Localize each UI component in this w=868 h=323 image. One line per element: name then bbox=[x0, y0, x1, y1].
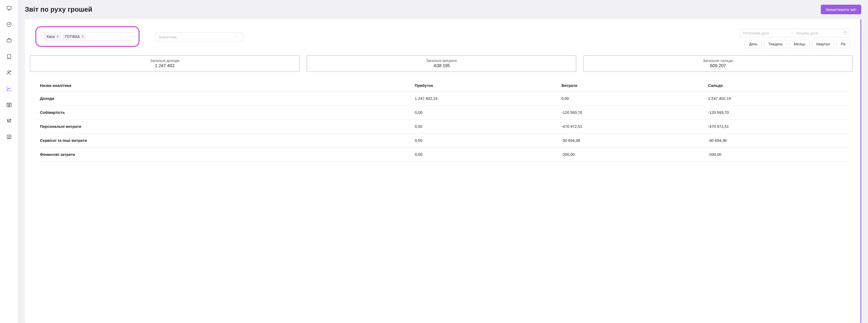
page-title: Звіт по руху грошей bbox=[25, 5, 92, 13]
cash-filter-highlight: Каса ✕ ГОТІВКА ✕ bbox=[35, 26, 140, 47]
calendar-icon bbox=[844, 31, 847, 35]
sidebar bbox=[0, 0, 18, 323]
nav-tablet[interactable] bbox=[4, 51, 14, 62]
cell-expense: -470 972,51 bbox=[557, 120, 703, 133]
svg-rect-12 bbox=[7, 103, 11, 107]
tag-remove-kasa[interactable]: ✕ bbox=[56, 35, 59, 38]
cell-balance: -200,00 bbox=[704, 148, 850, 162]
monitor-icon bbox=[6, 5, 12, 11]
table-row: Сервісні та інші витрати0,00-30 694,38-3… bbox=[35, 133, 850, 148]
chevron-down-icon bbox=[125, 34, 131, 39]
download-report-button[interactable]: Завантажити звіт bbox=[821, 5, 861, 14]
cell-balance: -470 972,51 bbox=[704, 120, 850, 133]
nav-calendar-user[interactable] bbox=[4, 100, 14, 110]
nav-user[interactable] bbox=[4, 67, 14, 78]
cell-expense: 0,00 bbox=[557, 92, 703, 105]
svg-rect-25 bbox=[844, 32, 847, 34]
summary-expense-label: Загальні витрати bbox=[307, 58, 576, 63]
svg-point-18 bbox=[8, 121, 9, 122]
cell-profit: 0,00 bbox=[410, 105, 557, 120]
user-icon bbox=[6, 70, 12, 75]
right-filters: → День Тиждень Місяць Квартал Рік bbox=[740, 29, 850, 48]
cell-name: Персональні витрати bbox=[35, 120, 410, 133]
analytics-table: Назва аналітики Прибуток Витрати Сальдо … bbox=[35, 79, 850, 162]
cell-profit: 0,00 bbox=[410, 120, 557, 133]
period-week[interactable]: Тиждень bbox=[764, 40, 787, 48]
briefcase-icon bbox=[6, 38, 12, 43]
cell-balance: -30 694,38 bbox=[704, 133, 850, 148]
summary-income-value: 1 247 402 bbox=[30, 63, 299, 68]
header: Звіт по руху грошей Завантажити звіт bbox=[25, 5, 861, 14]
cell-balance: -120 593,70 bbox=[704, 105, 850, 120]
svg-point-20 bbox=[10, 119, 11, 120]
tag-gotivka: ГОТІВКА ✕ bbox=[62, 34, 86, 39]
period-year[interactable]: Рік bbox=[836, 40, 850, 48]
nav-list[interactable] bbox=[4, 132, 14, 142]
col-profit-header: Прибуток bbox=[410, 79, 557, 92]
gauge-icon bbox=[6, 22, 12, 27]
nav-monitor[interactable] bbox=[4, 3, 14, 13]
period-month[interactable]: Місяць bbox=[789, 40, 810, 48]
filters-row: Каса ✕ ГОТІВКА ✕ Аналітика bbox=[35, 26, 850, 48]
col-name-header: Назва аналітики bbox=[35, 79, 410, 92]
tag-remove-gotivka[interactable]: ✕ bbox=[82, 35, 84, 38]
summary-expense-value: -638 195 bbox=[307, 63, 576, 68]
svg-point-4 bbox=[8, 24, 9, 25]
cell-name: Доходи bbox=[35, 92, 410, 105]
svg-point-14 bbox=[8, 105, 9, 106]
cell-name: Фінансові затрати bbox=[35, 148, 410, 162]
tablet-icon bbox=[6, 54, 12, 59]
chart-icon bbox=[6, 86, 12, 92]
summary-balance-label: Загальне сальдо bbox=[584, 58, 852, 63]
cell-expense: -120 593,70 bbox=[557, 105, 703, 120]
cell-profit: 1 247 402,19 bbox=[410, 92, 557, 105]
tag-kasa: Каса ✕ bbox=[44, 34, 61, 39]
nav-sliders[interactable] bbox=[4, 116, 14, 126]
col-expense-header: Витрати bbox=[557, 79, 703, 92]
content-card: Каса ✕ ГОТІВКА ✕ Аналітика bbox=[25, 19, 861, 323]
summary-expense: Загальні витрати -638 195 bbox=[307, 56, 576, 72]
cell-expense: -200,00 bbox=[557, 148, 703, 162]
main-content: Звіт по руху грошей Завантажити звіт Кас… bbox=[18, 0, 868, 323]
svg-point-8 bbox=[7, 71, 9, 73]
table-row: Персональні витрати0,00-470 972,51-470 9… bbox=[35, 120, 850, 133]
svg-point-16 bbox=[7, 120, 8, 121]
period-day[interactable]: День bbox=[745, 40, 762, 48]
sliders-icon bbox=[6, 118, 12, 124]
period-buttons: День Тиждень Місяць Квартал Рік bbox=[745, 40, 850, 48]
cell-balance: 1 247 402,19 bbox=[704, 92, 850, 105]
table-row: Собівартість0,00-120 593,70-120 593,70 bbox=[35, 105, 850, 120]
nav-chart[interactable] bbox=[4, 84, 14, 94]
analytics-select[interactable]: Аналітика bbox=[155, 32, 243, 41]
date-range-picker[interactable]: → bbox=[740, 29, 850, 37]
cell-profit: 0,00 bbox=[410, 148, 557, 162]
table-row: Доходи1 247 402,190,001 247 402,19 bbox=[35, 92, 850, 105]
cell-expense: -30 694,38 bbox=[557, 133, 703, 148]
summary-income: Загальні доходи 1 247 402 bbox=[30, 56, 299, 72]
cell-profit: 0,00 bbox=[410, 133, 557, 148]
summary-balance-value: 609 207 bbox=[584, 63, 852, 68]
svg-point-9 bbox=[10, 71, 11, 72]
list-icon bbox=[6, 134, 12, 140]
cell-name: Собівартість bbox=[35, 105, 410, 120]
summary-row: Загальні доходи 1 247 402 Загальні витра… bbox=[30, 56, 853, 72]
table-header-row: Назва аналітики Прибуток Витрати Сальдо bbox=[35, 79, 850, 92]
cash-multi-select[interactable]: Каса ✕ ГОТІВКА ✕ bbox=[42, 32, 133, 41]
summary-income-label: Загальні доходи bbox=[30, 58, 299, 63]
chevron-down-icon bbox=[234, 35, 240, 39]
period-quarter[interactable]: Квартал bbox=[812, 40, 835, 48]
calendar-user-icon bbox=[6, 102, 12, 107]
date-start-input[interactable] bbox=[743, 31, 788, 35]
tag-label: Каса bbox=[47, 34, 55, 39]
tag-label: ГОТІВКА bbox=[65, 34, 80, 39]
arrow-right-icon: → bbox=[790, 31, 794, 35]
nav-briefcase[interactable] bbox=[4, 35, 14, 45]
col-balance-header: Сальдо bbox=[704, 79, 850, 92]
svg-rect-5 bbox=[7, 39, 11, 42]
analytics-placeholder: Аналітика bbox=[158, 35, 177, 39]
table-row: Фінансові затрати0,00-200,00-200,00 bbox=[35, 148, 850, 162]
svg-rect-0 bbox=[7, 6, 11, 9]
nav-gauge[interactable] bbox=[4, 19, 14, 30]
date-end-input[interactable] bbox=[796, 31, 841, 35]
cell-name: Сервісні та інші витрати bbox=[35, 133, 410, 148]
